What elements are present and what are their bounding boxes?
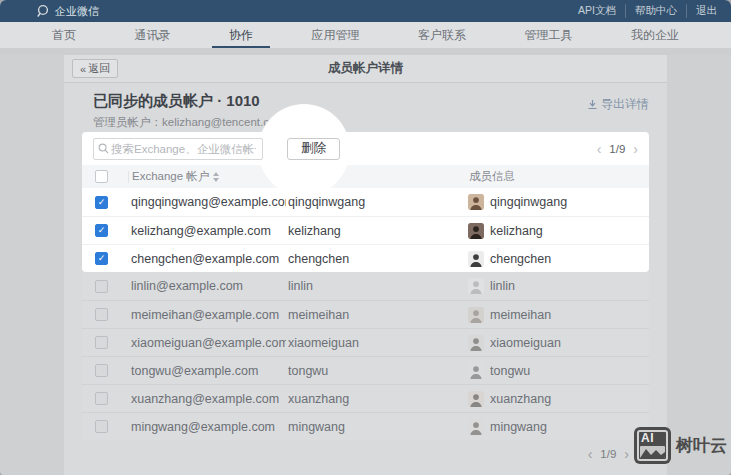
- main-panel: « 返回 成员帐户详情 已同步的成员帐户 · 1010 管理员帐户：kelizh…: [64, 55, 667, 475]
- row-checkbox[interactable]: [95, 308, 108, 321]
- wecom-account-cell: chengchen: [286, 252, 468, 266]
- wecom-account-cell: kelizhang: [286, 224, 468, 238]
- search-icon: [98, 143, 109, 154]
- exchange-account-cell: meimeihan@example.com: [128, 308, 286, 322]
- wecom-account-cell: qingqinwgang: [286, 195, 468, 209]
- next-page-icon[interactable]: ›: [624, 447, 629, 461]
- content-header: 已同步的成员帐户 · 1010 管理员帐户：kelizhang@tencent.…: [82, 83, 649, 130]
- export-details-link[interactable]: 导出详情: [587, 96, 649, 113]
- member-name: xuanzhang: [490, 392, 551, 406]
- wecom-account-cell: linlin: [286, 279, 468, 293]
- member-name: qingqinwgang: [490, 195, 567, 209]
- nav-tab-collaboration[interactable]: 协作: [229, 22, 253, 48]
- synced-accounts-heading: 已同步的成员帐户 · 1010: [93, 92, 649, 110]
- delete-button[interactable]: 删除: [287, 138, 340, 160]
- watermark-ai-label: AI: [641, 431, 654, 445]
- member-avatar: [468, 363, 484, 379]
- member-name: meimeihan: [490, 308, 551, 322]
- wecom-account-cell: xiaomeiguan: [286, 336, 468, 350]
- sort-icon[interactable]: [213, 172, 219, 182]
- nav-gap-strip: [0, 48, 731, 55]
- row-checkbox[interactable]: ✓: [95, 196, 108, 209]
- nav-tab-my-company[interactable]: 我的企业: [631, 22, 679, 48]
- member-name: mingwang: [490, 420, 547, 434]
- check-icon: ✓: [98, 198, 106, 207]
- member-name: kelizhang: [490, 224, 543, 238]
- table-row: linlin@example.com linlin linlin: [82, 272, 649, 300]
- table-row: xuanzhang@example.com xuanzhang xuanzhan…: [82, 384, 649, 412]
- member-avatar: [468, 251, 484, 267]
- nav-tab-app-management[interactable]: 应用管理: [312, 22, 360, 48]
- wecom-account-cell: tongwu: [286, 364, 468, 378]
- nav-tab-admin-tools[interactable]: 管理工具: [525, 22, 573, 48]
- page-indicator: 1/9: [609, 143, 625, 155]
- exchange-account-cell: mingwang@example.com: [128, 420, 286, 434]
- export-label: 导出详情: [601, 96, 649, 113]
- nav-tab-customer-contact[interactable]: 客户联系: [418, 22, 466, 48]
- wecom-account-cell: xuanzhang: [286, 392, 468, 406]
- member-avatar: [468, 391, 484, 407]
- page-titlebar: « 返回 成员帐户详情: [64, 55, 667, 83]
- row-checkbox[interactable]: [95, 336, 108, 349]
- table-row: ✓ kelizhang@example.com kelizhang kelizh…: [82, 216, 649, 244]
- search-box[interactable]: [93, 138, 263, 160]
- row-checkbox[interactable]: [95, 280, 108, 293]
- table-row: ✓ chengchen@example.com chengchen chengc…: [82, 244, 649, 272]
- next-page-icon[interactable]: ›: [633, 142, 638, 156]
- member-avatar: [468, 419, 484, 435]
- member-avatar: [468, 223, 484, 239]
- admin-account-text: 管理员帐户：kelizhang@tencent.com: [93, 115, 649, 130]
- select-all-checkbox[interactable]: [95, 170, 108, 183]
- row-checkbox[interactable]: [95, 364, 108, 377]
- exchange-account-cell: kelizhang@example.com: [128, 224, 286, 238]
- brand-name: 企业微信: [55, 4, 99, 19]
- content: 已同步的成员帐户 · 1010 管理员帐户：kelizhang@tencent.…: [64, 83, 667, 461]
- exchange-account-cell: xuanzhang@example.com: [128, 392, 286, 406]
- wecom-account-cell: meimeihan: [286, 308, 468, 322]
- row-checkbox[interactable]: [95, 420, 108, 433]
- table-header-row: Exchange 帐户 成员信息: [82, 165, 649, 188]
- exchange-account-cell: xiaomeiguan@example.com: [128, 336, 286, 350]
- watermark-logo-icon: AI: [634, 427, 671, 464]
- nav-tab-home[interactable]: 首页: [52, 22, 76, 48]
- wecom-logo-icon: [36, 4, 50, 18]
- exchange-account-cell: linlin@example.com: [128, 279, 286, 293]
- member-avatar: [468, 194, 484, 210]
- table-row: ✓ qingqingwang@example.com qingqinwgang …: [82, 188, 649, 216]
- member-avatar: [468, 278, 484, 294]
- download-icon: [587, 99, 598, 110]
- row-checkbox[interactable]: [95, 392, 108, 405]
- page-indicator: 1/9: [600, 448, 616, 460]
- prev-page-icon[interactable]: ‹: [597, 142, 602, 156]
- brand: 企业微信: [36, 4, 99, 19]
- exchange-account-cell: chengchen@example.com: [128, 252, 286, 266]
- topbar-link-api-docs[interactable]: API文档: [569, 4, 625, 18]
- app-window: 企业微信 API文档 帮助中心 退出 首页 通讯录 协作 应用管理 客户联系 管…: [0, 0, 731, 475]
- table-toolbar: 删除 ‹ 1/9 ›: [82, 132, 649, 165]
- col-exchange-account[interactable]: Exchange 帐户: [132, 169, 209, 184]
- watermark: AI 树叶云: [634, 427, 727, 464]
- prev-page-icon[interactable]: ‹: [588, 447, 593, 461]
- nav-tab-contacts[interactable]: 通讯录: [135, 22, 171, 48]
- check-icon: ✓: [98, 226, 106, 235]
- search-input[interactable]: [109, 142, 258, 156]
- topbar-link-logout[interactable]: 退出: [686, 4, 719, 18]
- main-nav: 首页 通讯录 协作 应用管理 客户联系 管理工具 我的企业: [0, 22, 731, 48]
- dimmed-rows-section: linlin@example.com linlin linlin meimeih…: [82, 272, 649, 440]
- table-row: tongwu@example.com tongwu tongwu: [82, 356, 649, 384]
- back-chevrons-icon: «: [80, 63, 86, 75]
- row-checkbox[interactable]: ✓: [95, 252, 108, 265]
- member-avatar: [468, 335, 484, 351]
- back-label: 返回: [88, 61, 110, 76]
- table-row: meimeihan@example.com meimeihan meimeiha…: [82, 300, 649, 328]
- exchange-account-cell: qingqingwang@example.com: [128, 195, 286, 209]
- exchange-account-cell: tongwu@example.com: [128, 364, 286, 378]
- topbar-links: API文档 帮助中心 退出: [569, 4, 719, 18]
- topbar-link-help-center[interactable]: 帮助中心: [625, 4, 686, 18]
- wecom-account-cell: mingwang: [286, 420, 468, 434]
- check-icon: ✓: [98, 254, 106, 263]
- topbar: 企业微信 API文档 帮助中心 退出: [0, 0, 731, 22]
- member-name: linlin: [490, 279, 515, 293]
- back-button[interactable]: « 返回: [72, 59, 118, 78]
- row-checkbox[interactable]: ✓: [95, 224, 108, 237]
